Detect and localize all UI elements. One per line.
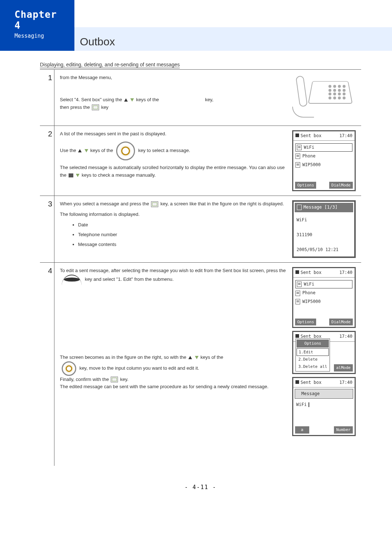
step-number: 3 bbox=[40, 196, 54, 262]
chapter-header: Chapter 4 Messaging bbox=[0, 0, 74, 51]
phone-screen-sentbox-2: Sent box 17:40 WiFi Phone WIP5000 Option… bbox=[292, 267, 356, 328]
chapter-title: Chapter 4 bbox=[15, 9, 67, 31]
chapter-subtitle: Messaging bbox=[15, 33, 67, 39]
intro-text: Displaying, editing, deleting, and re-se… bbox=[40, 62, 361, 67]
step-number: 2 bbox=[40, 126, 54, 196]
softkey-options: Options bbox=[295, 319, 316, 326]
down-arrow-icon bbox=[130, 98, 134, 102]
left-key-icon bbox=[69, 173, 73, 177]
message-field-label: Message bbox=[295, 389, 353, 399]
phone-illustration bbox=[292, 74, 356, 121]
softkey-options: Options bbox=[295, 182, 316, 189]
right-arrow-icon bbox=[76, 174, 79, 177]
file-icon bbox=[297, 145, 302, 150]
envelope-key-icon bbox=[111, 377, 118, 382]
file-icon bbox=[295, 299, 300, 304]
phone-screen-sentbox: Sent box 17:40 WiFi Phone WIP5000 Option… bbox=[292, 130, 356, 191]
options-popup-menu: Options 1.Edit 2.Delete 3.Delete all bbox=[295, 338, 330, 371]
phone-screen-options-popup: Sent box 17:40 WiFi Phone Options 1.Edit… bbox=[292, 331, 356, 374]
phone-screen-edit: Sent box 17:40 Message WiFi a bbox=[292, 377, 356, 436]
up-arrow-icon bbox=[78, 149, 82, 152]
file-icon bbox=[295, 291, 300, 296]
message-field-value: WiFi bbox=[294, 400, 354, 409]
softkey-fragment: alMode bbox=[334, 364, 353, 372]
softkey-mode: a bbox=[295, 426, 309, 434]
file-icon bbox=[295, 153, 300, 159]
file-icon bbox=[297, 205, 302, 210]
page-number: - 4-11 - bbox=[40, 484, 361, 491]
softkey-shape-icon bbox=[62, 275, 82, 285]
softkey-dialmode: DialMode bbox=[329, 319, 353, 326]
file-icon bbox=[295, 162, 300, 168]
step-3-text: When you select a message and press the … bbox=[60, 200, 287, 258]
phone-screen-message: Message [1/3] WiFi 311190 2005/05/10 12:… bbox=[292, 200, 356, 258]
softkey-dialmode: DialMode bbox=[329, 182, 353, 189]
file-icon bbox=[297, 282, 302, 287]
down-arrow-icon bbox=[85, 149, 88, 152]
steps-table: 1 from the Message menu, Select "4. Sent… bbox=[40, 69, 361, 466]
step-4-text: To edit a sent message, after selecting … bbox=[60, 267, 287, 461]
nav-circle-icon bbox=[116, 141, 135, 160]
softkey-number: Number bbox=[334, 426, 353, 434]
section-title: Outbox bbox=[80, 36, 115, 48]
up-arrow-icon bbox=[188, 356, 192, 359]
up-arrow-icon bbox=[124, 98, 128, 102]
text-cursor-icon bbox=[309, 402, 309, 407]
nav-circle-icon bbox=[62, 361, 76, 376]
envelope-key-icon bbox=[151, 201, 158, 207]
step-number: 1 bbox=[40, 70, 54, 126]
step-number: 4 bbox=[40, 263, 54, 466]
step-2-text: A list of the messages sent in the past … bbox=[60, 130, 287, 191]
step-1-text: from the Message menu, Select "4. Sent b… bbox=[60, 74, 287, 121]
down-arrow-icon bbox=[195, 356, 199, 359]
envelope-key-icon bbox=[92, 104, 99, 110]
